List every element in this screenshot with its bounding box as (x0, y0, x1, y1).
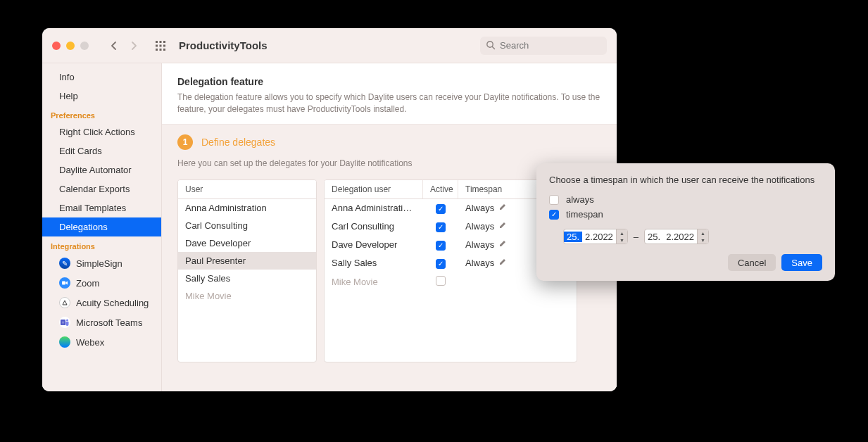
close-window-button[interactable] (52, 42, 61, 50)
delegation-header-user: Delegation user (325, 180, 423, 198)
step-title: Define delegates (201, 137, 275, 148)
active-checkbox[interactable] (436, 241, 446, 251)
svg-rect-5 (163, 44, 165, 46)
edit-icon[interactable] (498, 221, 507, 232)
zoom-icon (59, 277, 70, 289)
from-date-input[interactable]: 25. 2.2022 ▲▼ (563, 229, 628, 244)
page-description: The delegation feature allows you to spe… (177, 91, 601, 115)
users-table: User Anna Administration Carl Consulting… (177, 179, 317, 362)
sidebar-item-acuity[interactable]: Acuity Scheduling (42, 293, 161, 312)
minimize-window-button[interactable] (66, 42, 75, 50)
sidebar-item-label: Acuity Scheduling (76, 298, 149, 308)
sidebar-item-label: Webex (76, 337, 104, 348)
teams-icon: T (59, 317, 70, 328)
table-row[interactable]: Carl Consulting (178, 217, 316, 234)
user-cell: Sally Sales (178, 270, 316, 287)
search-input[interactable] (480, 37, 607, 55)
stepper-down-icon[interactable]: ▼ (617, 236, 627, 244)
sidebar-item-label: Help (59, 91, 78, 101)
table-row[interactable]: Anna Administration (178, 199, 316, 217)
from-rest[interactable]: 2.2022 (582, 232, 616, 242)
sidebar-item-edit-cards[interactable]: Edit Cards (42, 141, 161, 160)
delegation-header-active: Active (423, 180, 458, 198)
active-checkbox[interactable] (436, 259, 446, 269)
user-cell: Carl Consulting (178, 217, 316, 234)
sidebar-item-simplesign[interactable]: ✎SimpleSign (42, 253, 161, 273)
delegation-user-cell: Sally Sales (325, 254, 423, 272)
active-checkbox[interactable] (436, 204, 446, 214)
edit-icon[interactable] (498, 239, 507, 250)
stepper-up-icon[interactable]: ▲ (617, 229, 627, 236)
active-checkbox[interactable] (436, 222, 446, 232)
from-day[interactable]: 25. (564, 232, 582, 242)
delegation-user-cell: Carl Consulting (325, 217, 423, 235)
apps-grid-icon[interactable] (153, 39, 168, 53)
to-day[interactable]: 25. (645, 232, 663, 242)
timespan-cell: Always (465, 258, 494, 268)
app-title: ProductivityTools (179, 39, 268, 51)
delegation-user-cell: Anna Administrati… (325, 199, 423, 217)
always-checkbox[interactable] (549, 195, 559, 205)
window-controls (52, 42, 89, 50)
user-cell: Anna Administration (178, 199, 316, 217)
table-row[interactable]: Dave Developer (178, 234, 316, 252)
stepper-down-icon[interactable]: ▼ (698, 236, 708, 244)
sidebar-item-info[interactable]: Info (42, 68, 161, 87)
range-dash: – (634, 232, 639, 242)
sidebar-item-label: SimpleSign (76, 258, 122, 269)
sidebar-item-label: Email Templates (59, 203, 126, 213)
sidebar-item-label: Edit Cards (59, 146, 102, 156)
users-header: User (178, 180, 316, 198)
edit-icon[interactable] (498, 258, 507, 268)
to-stepper[interactable]: ▲▼ (697, 229, 708, 244)
table-row[interactable]: Mike Movie (178, 287, 316, 305)
save-button[interactable]: Save (781, 254, 822, 271)
sidebar-item-teams[interactable]: TMicrosoft Teams (42, 312, 161, 332)
sidebar-item-label: Zoom (76, 278, 99, 289)
sidebar-item-label: Daylite Automator (59, 165, 132, 175)
svg-rect-2 (163, 41, 165, 43)
cancel-button[interactable]: Cancel (728, 254, 776, 271)
timespan-checkbox[interactable] (549, 210, 559, 220)
acuity-icon (59, 297, 70, 308)
svg-rect-0 (156, 41, 158, 43)
sidebar-item-help[interactable]: Help (42, 87, 161, 106)
svg-rect-7 (160, 49, 162, 51)
active-checkbox[interactable] (436, 276, 446, 286)
to-date-input[interactable]: 25. 2.2022 ▲▼ (644, 229, 709, 244)
sidebar-item-label: Info (59, 72, 75, 82)
delegation-user-cell: Mike Movie (325, 273, 423, 291)
forward-button[interactable] (125, 37, 142, 54)
sidebar-item-label: Microsoft Teams (76, 317, 142, 328)
zoom-window-button[interactable] (80, 42, 89, 50)
search-icon (486, 40, 496, 52)
user-cell: Dave Developer (178, 234, 316, 252)
sidebar-item-delegations[interactable]: Delegations (42, 217, 161, 236)
sidebar-item-daylite-automator[interactable]: Daylite Automator (42, 160, 161, 179)
sidebar-item-email-templates[interactable]: Email Templates (42, 198, 161, 217)
sidebar-item-right-click-actions[interactable]: Right Click Actions (42, 122, 161, 141)
edit-icon[interactable] (498, 203, 507, 213)
user-cell: Mike Movie (178, 287, 316, 305)
svg-rect-11 (62, 282, 65, 285)
to-rest[interactable]: 2.2022 (663, 232, 697, 242)
popover-title: Choose a timespan in which the user can … (549, 175, 822, 185)
step-badge: 1 (177, 134, 193, 150)
sidebar-item-zoom[interactable]: Zoom (42, 273, 161, 293)
stepper-up-icon[interactable]: ▲ (698, 229, 708, 236)
sidebar-item-webex[interactable]: Webex (42, 332, 161, 352)
svg-rect-3 (156, 44, 158, 46)
titlebar: ProductivityTools (42, 28, 617, 63)
sidebar-item-label: Calendar Exports (59, 184, 130, 194)
table-row[interactable]: Sally Sales (178, 270, 316, 287)
table-row[interactable]: Paul Presenter (178, 252, 316, 270)
svg-point-14 (66, 320, 68, 322)
back-button[interactable] (106, 37, 122, 54)
webex-icon (59, 336, 70, 348)
timespan-cell: Always (465, 221, 494, 232)
sidebar-item-calendar-exports[interactable]: Calendar Exports (42, 179, 161, 198)
simplesign-icon: ✎ (59, 258, 70, 269)
from-stepper[interactable]: ▲▼ (616, 229, 627, 244)
sidebar-item-label: Right Click Actions (59, 127, 135, 137)
page-title: Delegation feature (177, 76, 601, 87)
